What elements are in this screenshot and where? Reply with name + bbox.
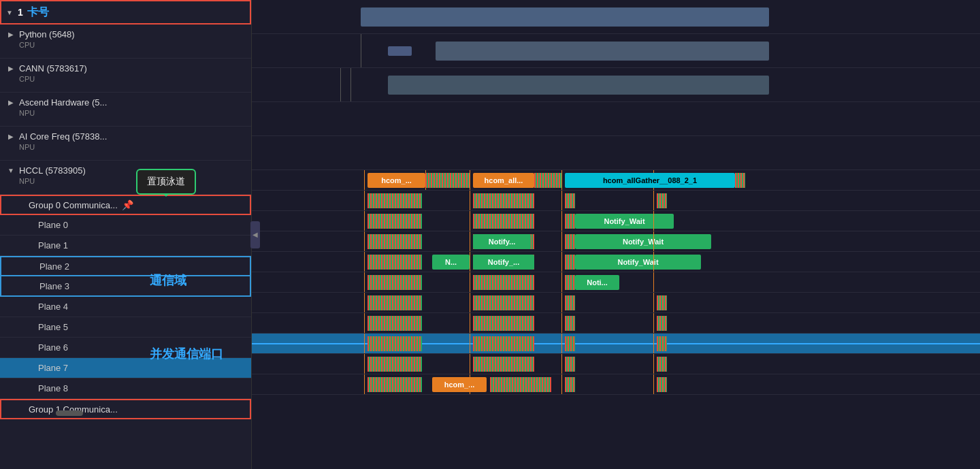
g0-vline1 xyxy=(364,170,365,190)
plane3-timeline: N... Notify_... Notify_Wait xyxy=(252,252,980,272)
python-expand[interactable]: ▶ xyxy=(5,29,16,39)
cann-label: CANN (5783617) xyxy=(19,63,87,74)
group0-label: Group 0 Communica... xyxy=(29,200,118,210)
g0-vline4 xyxy=(561,170,562,190)
plane8-label: Plane 8 xyxy=(38,383,68,393)
group1-timeline: hcom_... xyxy=(252,374,980,395)
cann-expand[interactable]: ▶ xyxy=(5,63,16,74)
plane2-row[interactable]: Plane 2 xyxy=(0,256,251,276)
hcom-stripe1 xyxy=(425,173,470,188)
pin-icon[interactable]: 📌 xyxy=(122,199,133,210)
ascend-row[interactable]: ▶ Ascend Hardware (5... NPU xyxy=(0,93,251,127)
scrollbar-handle[interactable] xyxy=(56,410,83,416)
plane1-timeline: Notify_Wait xyxy=(252,211,980,231)
plane3-notify2[interactable]: Notify_Wait xyxy=(575,255,701,270)
plane4-noti[interactable]: Noti... xyxy=(575,275,619,290)
plane1-notify[interactable]: Notify_Wait xyxy=(575,214,674,229)
plane3-notify1[interactable]: Notify_... xyxy=(473,255,534,270)
hccl-label: HCCL (5783905) xyxy=(19,165,86,176)
hcom-stripe2 xyxy=(534,173,561,188)
pin-tooltip: 置顶泳道 xyxy=(136,169,196,195)
plane0-label: Plane 0 xyxy=(38,220,68,230)
plane2-notify2-label: Notify_Wait xyxy=(623,238,664,246)
aicore-timeline xyxy=(252,102,980,136)
plane3-label: Plane 3 xyxy=(39,281,69,291)
plane2-notify1[interactable]: Notify... xyxy=(473,234,531,249)
plane7-label: Plane 7 xyxy=(38,363,68,373)
plane4-label: Plane 4 xyxy=(38,302,68,312)
cann-timeline xyxy=(252,34,980,68)
plane1-notify-label: Notify_Wait xyxy=(604,217,644,225)
left-panel: ▼ 1 卡号 ▶ Python (5648) CPU ▶ CANN (57836… xyxy=(0,0,252,469)
aicore-row[interactable]: ▶ AI Core Freq (57838... NPU xyxy=(0,127,251,161)
plane1-label: Plane 1 xyxy=(38,240,68,250)
plane5-timeline xyxy=(252,293,980,313)
card-expand-arrow[interactable]: ▼ xyxy=(4,7,15,18)
plane2-timeline: Notify... Notify_Wait xyxy=(252,231,980,252)
plane3-n[interactable]: N... xyxy=(432,255,470,270)
hccl-timeline xyxy=(252,136,980,170)
plane3-row[interactable]: Plane 3 xyxy=(0,276,251,297)
group1-hcom[interactable]: hcom_... xyxy=(432,377,487,392)
plane2-notify2[interactable]: Notify_Wait xyxy=(575,234,711,249)
cann-row[interactable]: ▶ CANN (5783617) CPU xyxy=(0,59,251,93)
ascend-vline1 xyxy=(340,68,341,101)
plane0-timeline xyxy=(252,191,980,211)
hcom3-label: hcom_allGather__088_2_1 xyxy=(603,176,697,184)
python-timeline xyxy=(252,0,980,34)
ascend-vline2 xyxy=(350,68,351,101)
group0-timeline: hcom_... hcom_all... hcom_allGather__088… xyxy=(252,170,980,191)
hccl-sub: NPU xyxy=(19,177,35,185)
card-row[interactable]: ▼ 1 卡号 xyxy=(0,0,251,25)
python-sub: CPU xyxy=(19,41,35,49)
plane2-label: Plane 2 xyxy=(39,261,69,272)
right-panel: hcom_... hcom_all... hcom_allGather__088… xyxy=(252,0,980,469)
cann-block2 xyxy=(436,42,769,61)
hcom-block2[interactable]: hcom_all... xyxy=(473,173,534,188)
plane4-noti-label: Noti... xyxy=(587,278,608,287)
ascend-expand[interactable]: ▶ xyxy=(5,97,16,108)
main-container: ▼ 1 卡号 ▶ Python (5648) CPU ▶ CANN (57836… xyxy=(0,0,980,469)
cann-sub: CPU xyxy=(19,75,35,83)
plane2-notify1-label: Notify... xyxy=(489,238,516,246)
plane5-row[interactable]: Plane 5 xyxy=(0,317,251,338)
aicore-label: AI Core Freq (57838... xyxy=(19,131,107,142)
g0-vline3 xyxy=(470,170,470,190)
cann-vline1 xyxy=(361,34,361,67)
cann-block1 xyxy=(388,46,412,56)
plane7-row[interactable]: Plane 7 xyxy=(0,358,251,378)
hcom-block1[interactable]: hcom_... xyxy=(368,173,425,188)
scroll-divider[interactable]: ◀ xyxy=(250,221,260,248)
hcom2-label: hcom_all... xyxy=(485,176,523,184)
group0-row[interactable]: Group 0 Communica... 📌 xyxy=(0,195,251,215)
ascend-bar xyxy=(388,76,769,95)
plane6-label: Plane 6 xyxy=(38,342,68,353)
card-number: 1 xyxy=(18,7,23,18)
plane6-row[interactable]: Plane 6 xyxy=(0,338,251,358)
plane4-row[interactable]: Plane 4 xyxy=(0,297,251,317)
python-row[interactable]: ▶ Python (5648) CPU xyxy=(0,25,251,59)
plane6-timeline xyxy=(252,313,980,334)
group1-row[interactable]: Group 1 Communica... xyxy=(0,399,251,419)
ascend-sub: NPU xyxy=(19,109,35,117)
hccl-expand[interactable]: ▼ xyxy=(5,165,16,176)
plane8-timeline xyxy=(252,354,980,374)
hcom1-label: hcom_... xyxy=(381,176,412,184)
plane1-row[interactable]: Plane 1 xyxy=(0,236,251,256)
tooltip-text: 置顶泳道 xyxy=(147,176,185,187)
hcom-stripe3 xyxy=(735,173,745,188)
ascend-label: Ascend Hardware (5... xyxy=(19,97,107,108)
plane7-timeline xyxy=(252,334,980,354)
plane3-n-label: N... xyxy=(445,258,457,266)
aicore-expand[interactable]: ▶ xyxy=(5,131,16,142)
card-label: 卡号 xyxy=(27,5,49,20)
plane8-row[interactable]: Plane 8 xyxy=(0,378,251,399)
hccl-row[interactable]: ▼ HCCL (5783905) NPU xyxy=(0,161,251,195)
python-bar xyxy=(361,7,769,27)
plane0-row[interactable]: Plane 0 xyxy=(0,215,251,236)
ascend-timeline xyxy=(252,68,980,102)
python-label: Python (5648) xyxy=(19,29,75,39)
aicore-sub: NPU xyxy=(19,143,35,151)
hcom-block3[interactable]: hcom_allGather__088_2_1 xyxy=(565,173,735,188)
plane3-notify1-label: Notify_... xyxy=(488,258,519,266)
